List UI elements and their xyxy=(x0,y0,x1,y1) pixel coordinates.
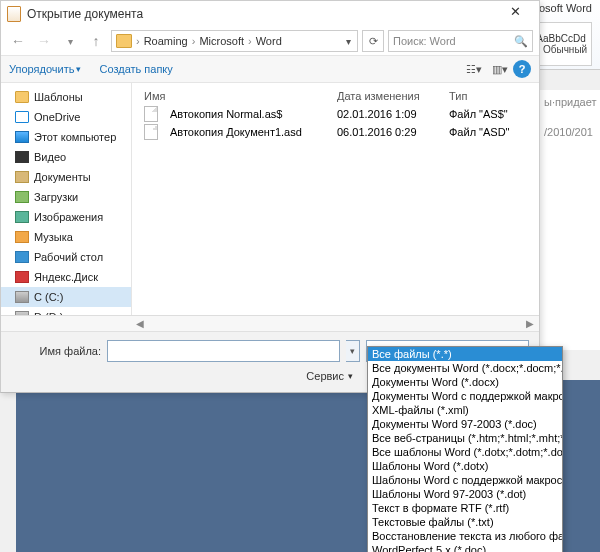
tools-button[interactable]: Сервис▾ xyxy=(306,370,353,382)
file-name: Автокопия Normal.as$ xyxy=(164,108,337,120)
folder-icon xyxy=(116,34,132,48)
filetype-option[interactable]: Все документы Word (*.docx;*.docm;*.dotx… xyxy=(368,361,562,375)
search-icon: 🔍 xyxy=(514,35,528,48)
filetype-option[interactable]: Все шаблоны Word (*.dotx;*.dotm;*.dot) xyxy=(368,445,562,459)
filetype-option[interactable]: Шаблоны Word с поддержкой макросов (*.do… xyxy=(368,473,562,487)
filetype-option[interactable]: WordPerfect 5.x (*.doc) xyxy=(368,543,562,552)
tree-item-icon xyxy=(15,91,29,103)
help-button[interactable]: ? xyxy=(513,60,531,78)
filename-label: Имя файла: xyxy=(11,345,101,357)
filename-history-button[interactable]: ▾ xyxy=(346,340,360,362)
crumb[interactable]: Microsoft xyxy=(199,35,244,47)
style-sample: AaBbCcDd xyxy=(536,33,585,44)
crumb[interactable]: Word xyxy=(256,35,282,47)
tree-item[interactable]: OneDrive xyxy=(1,107,131,127)
filetype-dropdown[interactable]: Все файлы (*.*)Все документы Word (*.doc… xyxy=(367,346,563,552)
col-date[interactable]: Дата изменения xyxy=(337,90,449,102)
tree-item-label: Этот компьютер xyxy=(34,131,116,143)
tree-item[interactable]: Рабочий стол xyxy=(1,247,131,267)
preview-button[interactable]: ▥▾ xyxy=(487,59,513,79)
filetype-option[interactable]: Все файлы (*.*) xyxy=(368,347,562,361)
tree-item[interactable]: Шаблоны xyxy=(1,87,131,107)
organize-button[interactable]: Упорядочить▾ xyxy=(9,63,81,75)
file-icon xyxy=(144,124,158,140)
scroll-right-icon[interactable]: ▶ xyxy=(523,317,537,331)
file-row[interactable]: Автокопия Документ1.asd06.01.2016 0:29Фа… xyxy=(138,123,533,141)
file-row[interactable]: Автокопия Normal.as$02.01.2016 1:09Файл … xyxy=(138,105,533,123)
tree-item-icon xyxy=(15,191,29,203)
tree-item[interactable]: Загрузки xyxy=(1,187,131,207)
dialog-icon xyxy=(7,6,21,22)
file-icon xyxy=(144,106,158,122)
column-headers[interactable]: Имя Дата изменения Тип xyxy=(138,87,533,105)
tree-item-icon xyxy=(15,211,29,223)
filetype-option[interactable]: Восстановление текста из любого файла (*… xyxy=(368,529,562,543)
tree-item-label: Шаблоны xyxy=(34,91,83,103)
recent-button[interactable]: ▾ xyxy=(59,30,81,52)
close-button[interactable]: ✕ xyxy=(497,4,533,24)
breadcrumb-dropdown-icon[interactable]: ▾ xyxy=(344,36,353,47)
search-placeholder: Поиск: Word xyxy=(393,35,456,47)
search-input[interactable]: Поиск: Word 🔍 xyxy=(388,30,533,52)
tree-item[interactable]: Документы xyxy=(1,167,131,187)
tree-item-icon xyxy=(15,171,29,183)
style-label: ¶ Обычный xyxy=(535,44,587,55)
filetype-option[interactable]: Текст в формате RTF (*.rtf) xyxy=(368,501,562,515)
toolbar: Упорядочить▾ Создать папку ☷▾ ▥▾ ? xyxy=(1,55,539,83)
tree-item[interactable]: Этот компьютер xyxy=(1,127,131,147)
tree-item[interactable]: Яндекс.Диск xyxy=(1,267,131,287)
nav-tree[interactable]: ШаблоныOneDriveЭтот компьютерВидеоДокуме… xyxy=(1,83,131,315)
filetype-option[interactable]: Текстовые файлы (*.txt) xyxy=(368,515,562,529)
file-date: 02.01.2016 1:09 xyxy=(337,108,449,120)
tree-item-label: C (C:) xyxy=(34,291,63,303)
filetype-option[interactable]: XML-файлы (*.xml) xyxy=(368,403,562,417)
tree-item-icon xyxy=(15,131,29,143)
filetype-option[interactable]: Шаблоны Word 97-2003 (*.dot) xyxy=(368,487,562,501)
scroll-left-icon[interactable]: ◀ xyxy=(133,317,147,331)
tree-item[interactable]: Видео xyxy=(1,147,131,167)
tree-item-label: Документы xyxy=(34,171,91,183)
breadcrumb[interactable]: › Roaming › Microsoft › Word ▾ xyxy=(111,30,358,52)
tree-item-icon xyxy=(15,271,29,283)
filename-input[interactable] xyxy=(107,340,340,362)
tree-item-label: Изображения xyxy=(34,211,103,223)
tree-item[interactable]: Музыка xyxy=(1,227,131,247)
tree-item-icon xyxy=(15,251,29,263)
address-bar-row: ← → ▾ ↑ › Roaming › Microsoft › Word ▾ ⟳… xyxy=(1,27,539,55)
tree-item-label: Яндекс.Диск xyxy=(34,271,98,283)
forward-button[interactable]: → xyxy=(33,30,55,52)
new-folder-button[interactable]: Создать папку xyxy=(99,63,172,75)
tree-item-label: Рабочий стол xyxy=(34,251,103,263)
col-name[interactable]: Имя xyxy=(138,90,337,102)
tree-item[interactable]: C (C:) xyxy=(1,287,131,307)
file-date: 06.01.2016 0:29 xyxy=(337,126,449,138)
file-type: Файл "AS$" xyxy=(449,108,533,120)
tree-item[interactable]: Изображения xyxy=(1,207,131,227)
tree-item-icon xyxy=(15,311,29,315)
filetype-option[interactable]: Все веб-страницы (*.htm;*.html;*.mht;*.m… xyxy=(368,431,562,445)
up-button[interactable]: ↑ xyxy=(85,30,107,52)
tree-item[interactable]: D (D:) xyxy=(1,307,131,315)
h-scrollbar[interactable]: ◀ ▶ xyxy=(1,315,539,331)
filetype-option[interactable]: Документы Word (*.docx) xyxy=(368,375,562,389)
file-list[interactable]: Имя Дата изменения Тип Автокопия Normal.… xyxy=(132,83,539,315)
tree-item-label: D (D:) xyxy=(34,311,63,315)
document-page-fragment: ы·придает /2010/201 xyxy=(540,90,600,350)
tree-item-label: OneDrive xyxy=(34,111,80,123)
crumb[interactable]: Roaming xyxy=(144,35,188,47)
file-type: Файл "ASD" xyxy=(449,126,533,138)
tree-item-icon xyxy=(15,111,29,123)
tree-item-icon xyxy=(15,231,29,243)
filetype-option[interactable]: Документы Word 97-2003 (*.doc) xyxy=(368,417,562,431)
filetype-option[interactable]: Документы Word с поддержкой макросов (*.… xyxy=(368,389,562,403)
col-type[interactable]: Тип xyxy=(449,90,533,102)
refresh-button[interactable]: ⟳ xyxy=(362,30,384,52)
view-button[interactable]: ☷▾ xyxy=(461,59,487,79)
file-name: Автокопия Документ1.asd xyxy=(164,126,337,138)
filetype-option[interactable]: Шаблоны Word (*.dotx) xyxy=(368,459,562,473)
tree-item-label: Загрузки xyxy=(34,191,78,203)
open-file-dialog: Открытие документа ✕ ← → ▾ ↑ › Roaming ›… xyxy=(0,0,540,393)
tree-item-label: Видео xyxy=(34,151,66,163)
back-button[interactable]: ← xyxy=(7,30,29,52)
tree-item-label: Музыка xyxy=(34,231,73,243)
